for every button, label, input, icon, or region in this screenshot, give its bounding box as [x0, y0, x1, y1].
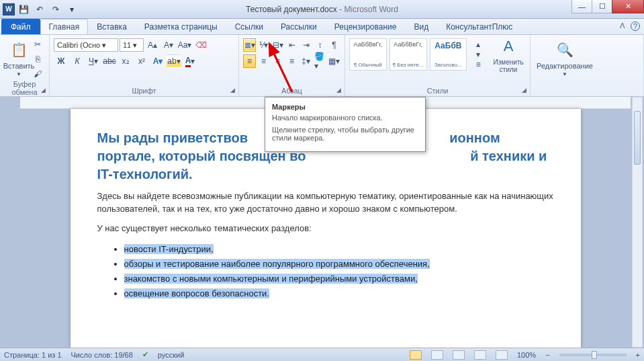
paste-button[interactable]: 📋 Вставить ▼	[4, 38, 34, 79]
bullet-list: новости IT-индустрии, обзоры и тестирова…	[124, 242, 554, 301]
title-bar: W 💾 ↶ ↷ ▾ Тестовый документ.docx - Micro…	[0, 0, 644, 19]
styles-down-icon[interactable]: ▾	[471, 50, 486, 59]
list-item: знакомство с новыми компьютерными и пери…	[124, 272, 554, 286]
status-bar: Страница: 1 из 1 Число слов: 19/68 ✔ рус…	[0, 348, 644, 361]
tab-insert[interactable]: Вставка	[88, 19, 136, 34]
help-icon[interactable]: ?	[631, 22, 640, 31]
text-effects-icon[interactable]: A▾	[150, 54, 165, 68]
font-name-combo[interactable]: Calibri (Осно ▾	[54, 38, 118, 52]
paste-icon: 📋	[8, 39, 30, 61]
qat-undo-icon[interactable]: ↶	[32, 3, 47, 16]
view-print-icon[interactable]	[410, 350, 422, 360]
change-styles-button[interactable]: A Изменить стили	[491, 34, 526, 75]
find-button[interactable]: 🔍 Редактирование ▼	[535, 38, 595, 79]
tab-view[interactable]: Вид	[405, 19, 437, 34]
view-outline-icon[interactable]	[474, 350, 486, 360]
font-color-icon[interactable]: A▾	[183, 54, 197, 68]
view-web-icon[interactable]	[453, 350, 465, 360]
styles-expand-icon[interactable]: ≡	[471, 60, 486, 69]
list-item: освещение вопросов безопасности.	[124, 286, 554, 301]
highlight-icon[interactable]: ab▾	[167, 54, 181, 68]
paragraph-launcher-icon[interactable]: ◢	[334, 86, 342, 94]
style-heading[interactable]: АаБбВ Заголово...	[430, 38, 467, 71]
list-item: новости IT-индустрии,	[124, 242, 554, 257]
show-marks-icon[interactable]: ¶	[328, 38, 340, 52]
status-language[interactable]: русский	[158, 351, 184, 359]
paragraph-2: У нас существует несколько тематических …	[97, 223, 554, 235]
tab-home[interactable]: Главная	[40, 19, 89, 34]
vertical-scrollbar[interactable]	[632, 97, 643, 348]
app-name: Microsoft Word	[344, 5, 398, 14]
status-proofing-icon[interactable]: ✔	[142, 350, 148, 359]
maximize-button[interactable]: ☐	[592, 0, 612, 13]
qat-redo-icon[interactable]: ↷	[48, 3, 63, 16]
group-label-paragraph: Абзац	[243, 85, 340, 95]
tab-layout[interactable]: Разметка страницы	[136, 19, 226, 34]
tab-mailings[interactable]: Рассылки	[272, 19, 326, 34]
bold-icon[interactable]: Ж	[54, 54, 68, 68]
multilevel-icon[interactable]: ⊟▾	[271, 38, 284, 52]
copy-icon[interactable]: ⎘	[30, 52, 45, 66]
tab-consultant[interactable]: КонсультантПлюс	[437, 19, 521, 34]
scrollbar-thumb[interactable]	[634, 111, 641, 165]
cut-icon[interactable]: ✂	[30, 38, 45, 51]
doc-title: Тестовый документ.docx	[246, 5, 337, 14]
bullets-button[interactable]: ≣▾	[243, 38, 256, 52]
italic-icon[interactable]: К	[70, 54, 85, 68]
binoculars-icon: 🔍	[554, 39, 576, 61]
zoom-in-icon[interactable]: +	[636, 351, 640, 359]
view-read-icon[interactable]	[431, 350, 443, 360]
dec-indent-icon[interactable]: ⇤	[285, 38, 298, 52]
inc-indent-icon[interactable]: ⇥	[300, 38, 312, 52]
qat-customize-icon[interactable]: ▾	[64, 3, 79, 16]
status-words[interactable]: Число слов: 19/68	[71, 351, 133, 359]
align-center-icon[interactable]: ≡	[257, 54, 270, 68]
zoom-out-icon[interactable]: −	[545, 351, 549, 359]
sort-icon[interactable]: ↕	[314, 38, 326, 52]
clear-format-icon[interactable]: ⌫	[193, 38, 208, 52]
shading-icon[interactable]: 🪣▾	[314, 54, 326, 68]
numbering-icon[interactable]: ⅟▾	[257, 38, 270, 52]
tab-review[interactable]: Рецензирование	[326, 19, 406, 34]
shrink-font-icon[interactable]: A▾	[161, 38, 176, 52]
zoom-slider[interactable]	[559, 354, 627, 356]
font-size-combo[interactable]: 11 ▾	[120, 38, 144, 52]
styles-launcher-icon[interactable]: ◢	[520, 86, 528, 94]
close-button[interactable]: ✕	[612, 0, 644, 13]
underline-icon[interactable]: Ч▾	[86, 54, 101, 68]
change-case-icon[interactable]: Aa▾	[177, 38, 192, 52]
format-painter-icon[interactable]: 🖌	[30, 67, 45, 81]
style-normal[interactable]: АаБбВвГг, ¶ Обычный	[349, 38, 387, 71]
list-item: обзоры и тестирование наиболее популярно…	[124, 257, 554, 272]
file-tab[interactable]: Файл	[1, 19, 40, 34]
clipboard-launcher-icon[interactable]: ◢	[39, 86, 47, 94]
borders-icon[interactable]: ▦▾	[328, 54, 340, 68]
justify-icon[interactable]: ≡	[285, 54, 298, 68]
zoom-level[interactable]: 100%	[517, 351, 536, 359]
minimize-ribbon-icon[interactable]: ᐱ	[620, 22, 625, 31]
grow-font-icon[interactable]: A▴	[145, 38, 160, 52]
strike-icon[interactable]: abc	[102, 54, 117, 68]
align-right-icon[interactable]: ≡	[271, 54, 284, 68]
status-page[interactable]: Страница: 1 из 1	[4, 351, 62, 359]
group-font: Calibri (Осно ▾ 11 ▾ A▴ A▾ Aa▾ ⌫ Ж К Ч▾ …	[50, 35, 239, 96]
group-label-styles: Стили	[349, 85, 526, 95]
subscript-icon[interactable]: x₂	[118, 54, 133, 68]
font-launcher-icon[interactable]: ◢	[228, 86, 236, 94]
styles-up-icon[interactable]: ▴	[471, 40, 486, 49]
group-editing: 🔍 Редактирование ▼	[531, 35, 644, 96]
align-left-icon[interactable]: ≡	[243, 54, 256, 68]
paragraph-1: Здесь вы найдете всевозможные публикации…	[97, 190, 554, 216]
tab-references[interactable]: Ссылки	[226, 19, 272, 34]
superscript-icon[interactable]: x²	[134, 54, 149, 68]
tooltip-line1: Начало маркированного списка.	[272, 114, 418, 122]
bullets-tooltip: Маркеры Начало маркированного списка. Ще…	[265, 97, 426, 152]
minimize-button[interactable]: —	[571, 0, 592, 13]
ribbon: 📋 Вставить ▼ ✂ ⎘ 🖌 Буфер обмена ◢ Calibr…	[0, 35, 644, 97]
style-nospacing[interactable]: АаБбВвГг, ¶ Без инте...	[389, 38, 427, 71]
window-title: Тестовый документ.docx - Microsoft Word	[246, 5, 398, 14]
view-draft-icon[interactable]	[496, 350, 508, 360]
qat-save-icon[interactable]: 💾	[16, 3, 31, 16]
line-spacing-icon[interactable]: ‡▾	[300, 54, 312, 68]
tooltip-line2: Щелкните стрелку, чтобы выбрать другие с…	[272, 126, 418, 142]
